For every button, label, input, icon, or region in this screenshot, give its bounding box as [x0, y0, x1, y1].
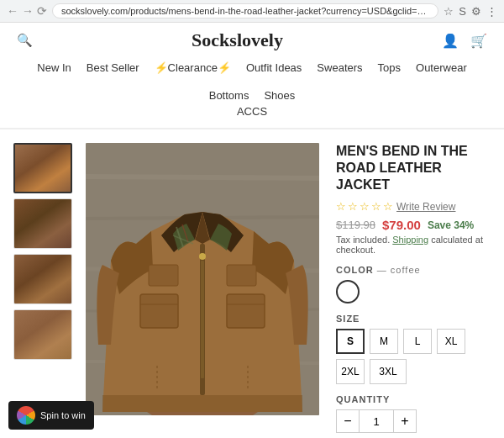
- puzzle-icon[interactable]: ⚙: [471, 5, 481, 18]
- original-price: $119.98: [336, 219, 375, 231]
- lightning-left-icon: ⚡: [155, 61, 168, 74]
- quantity-decrease-button[interactable]: −: [336, 409, 360, 433]
- nav-item-sweaters[interactable]: Sweaters: [317, 61, 362, 74]
- main-nav: New In Best Seller ⚡Clearance⚡ Outfit Id…: [17, 58, 487, 121]
- quantity-row: − 1 +: [336, 409, 491, 433]
- save-badge: Save 34%: [428, 219, 474, 231]
- spin-wheel-icon: [17, 406, 35, 425]
- browser-chrome: ← → ⟳ sockslovely.com/products/mens-bend…: [0, 0, 504, 23]
- size-btn-l[interactable]: L: [403, 329, 432, 354]
- svg-rect-10: [227, 294, 265, 328]
- menu-icon[interactable]: ⋮: [486, 5, 497, 18]
- star-1: ☆: [336, 200, 346, 213]
- size-btn-m[interactable]: M: [370, 329, 398, 354]
- sale-price: $79.00: [382, 218, 421, 232]
- product-area: MEN'S BEND IN THE ROAD LEATHER JACKET ☆ …: [0, 129, 504, 438]
- site-header: 🔍 Sockslovely 👤 🛒 New In Best Seller ⚡Cl…: [0, 23, 504, 129]
- quantity-increase-button[interactable]: +: [393, 409, 417, 433]
- star-5: ☆: [383, 200, 393, 213]
- size-btn-3xl[interactable]: 3XL: [370, 359, 407, 384]
- browser-icon-group: ☆ S ⚙ ⋮: [444, 5, 497, 18]
- tax-info: Tax included. Shipping calculated at che…: [336, 235, 491, 255]
- size-btn-s[interactable]: S: [336, 329, 365, 354]
- nav-item-best-seller[interactable]: Best Seller: [87, 61, 139, 74]
- nav-item-clearance[interactable]: ⚡Clearance⚡: [155, 61, 231, 74]
- size-btn-2xl[interactable]: 2XL: [336, 359, 365, 384]
- star-2: ☆: [348, 200, 358, 213]
- product-title: MEN'S BEND IN THE ROAD LEATHER JACKET: [336, 143, 491, 193]
- thumbnail-1[interactable]: [13, 143, 72, 193]
- nav-item-bottoms[interactable]: Bottoms: [209, 89, 249, 102]
- thumbnail-4[interactable]: [13, 309, 72, 360]
- address-bar[interactable]: sockslovely.com/products/mens-bend-in-th…: [52, 3, 438, 18]
- thumbnail-2[interactable]: [13, 198, 72, 249]
- browser-nav-arrows[interactable]: ← → ⟳: [7, 4, 47, 18]
- spin-to-win-label: Spin to win: [40, 410, 86, 420]
- star-icon[interactable]: ☆: [444, 5, 454, 18]
- svg-line-1: [86, 177, 319, 178]
- color-swatch-row: [336, 280, 491, 303]
- star-4: ☆: [371, 200, 381, 213]
- cart-icon[interactable]: 🛒: [470, 33, 487, 49]
- price-row: $119.98 $79.00 Save 34%: [336, 218, 491, 232]
- nav-item-outerwear[interactable]: Outerwear: [416, 61, 467, 74]
- size-grid: S M L XL 2XL 3XL: [336, 329, 491, 384]
- nav-item-new-in[interactable]: New In: [37, 61, 71, 74]
- color-label: COLOR — coffee: [336, 265, 491, 275]
- nav-item-accs[interactable]: ACCS: [237, 105, 267, 118]
- spin-to-win-widget[interactable]: Spin to win: [8, 401, 94, 430]
- quantity-value: 1: [360, 409, 393, 433]
- svg-rect-8: [140, 294, 178, 328]
- nav-item-tops[interactable]: Tops: [378, 61, 401, 74]
- shipping-link[interactable]: Shipping: [392, 235, 428, 245]
- nav-item-shoes[interactable]: Shoes: [264, 89, 295, 102]
- search-icon[interactable]: 🔍: [17, 33, 33, 48]
- color-value: — coffee: [377, 265, 421, 275]
- size-btn-xl[interactable]: XL: [437, 329, 465, 354]
- star-rating: ☆ ☆ ☆ ☆ ☆: [336, 200, 393, 213]
- nav-item-outfit-ideas[interactable]: Outfit Ideas: [246, 61, 302, 74]
- svg-rect-12: [149, 265, 178, 286]
- product-info: MEN'S BEND IN THE ROAD LEATHER JACKET ☆ …: [331, 143, 491, 438]
- thumbnail-3[interactable]: [13, 254, 72, 304]
- lightning-right-icon: ⚡: [218, 61, 231, 74]
- thumbnail-list: [13, 143, 74, 438]
- color-swatch-coffee[interactable]: [336, 280, 360, 303]
- quantity-label: QUANTITY: [336, 394, 491, 404]
- write-review-link[interactable]: Write Review: [396, 201, 455, 213]
- svg-rect-18: [201, 261, 204, 378]
- svg-point-17: [199, 253, 206, 260]
- user-icon[interactable]: S: [459, 5, 466, 18]
- star-3: ☆: [360, 200, 370, 213]
- main-product-image: [86, 143, 319, 415]
- size-label: SIZE: [336, 314, 491, 324]
- site-logo: Sockslovely: [33, 29, 442, 51]
- svg-rect-13: [227, 265, 256, 286]
- account-icon[interactable]: 👤: [442, 33, 459, 49]
